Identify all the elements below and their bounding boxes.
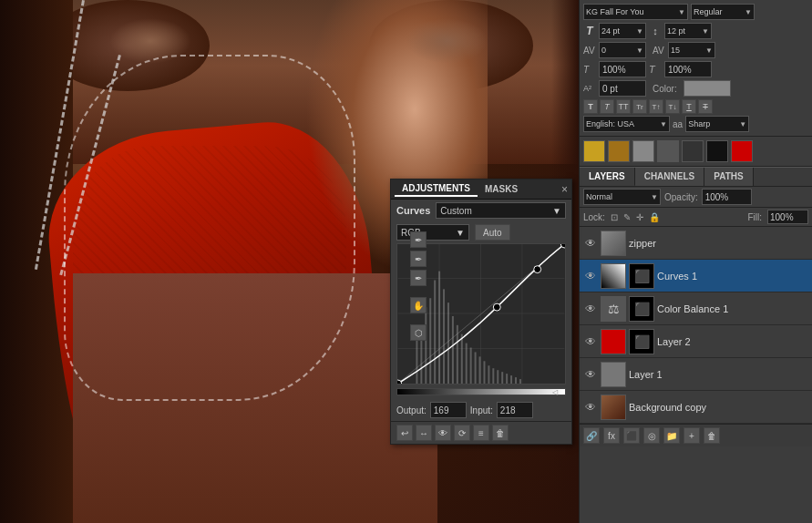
swatch-red[interactable] [731, 140, 753, 162]
strikethrough-btn[interactable]: T [698, 99, 713, 114]
auto-button[interactable]: Auto [475, 224, 510, 241]
font-size-dropdown[interactable]: 24 pt ▼ [599, 23, 646, 39]
layer-thumbnail [601, 263, 626, 289]
input-label: Input: [470, 405, 493, 415]
tab-adjustments[interactable]: ADJUSTMENTS [395, 181, 478, 197]
svg-point-32 [493, 303, 500, 311]
layer-mask-icon: ⬛ [629, 263, 654, 289]
layer-new-btn[interactable]: + [684, 427, 700, 444]
layer-mask-icon: ⬛ [629, 329, 654, 354]
svg-point-31 [397, 380, 402, 384]
layer-thumbnail: ⚖ [601, 296, 626, 322]
output-field[interactable]: 169 [430, 402, 467, 418]
fill-label: Fill: [747, 212, 762, 222]
svg-rect-10 [429, 298, 431, 384]
list-item[interactable]: 👁 ⬛ Curves 1 [580, 260, 812, 292]
language-dropdown[interactable]: English: USA ▼ [583, 116, 670, 132]
tab-channels[interactable]: CHANNELS [635, 168, 705, 186]
sharpness-dropdown[interactable]: Sharp ▼ [685, 116, 749, 132]
tab-layers[interactable]: LAYERS [580, 168, 635, 186]
adj-bottom-toolbar: ↩ ↔ 👁 ⟳ ≡ 🗑 [391, 421, 571, 444]
color-swatch[interactable] [684, 80, 731, 97]
scale-v-icon: T [649, 64, 662, 75]
layer-adj-btn[interactable]: ◎ [643, 427, 660, 444]
scale-h-field[interactable]: 100% [599, 61, 646, 77]
layers-toolbar: 🔗 fx ⬛ ◎ 📁 + 🗑 [580, 424, 812, 446]
list-item[interactable]: 👁 Layer 1 [580, 358, 812, 391]
adj-tool-eye[interactable]: 👁 [435, 425, 451, 441]
leading-dropdown[interactable]: 12 pt ▼ [664, 23, 712, 39]
font-name-dropdown[interactable]: KG Fall For You ▼ [583, 4, 688, 20]
list-item[interactable]: 👁 Background copy [580, 391, 812, 424]
layer-thumbnail [601, 362, 626, 387]
visibility-icon[interactable]: 👁 [583, 302, 598, 316]
kerning-field[interactable]: 15 ▼ [668, 42, 715, 58]
layer-name-bg-copy: Background copy [629, 402, 808, 413]
layer-delete-btn[interactable]: 🗑 [704, 427, 720, 444]
subscript-btn[interactable]: T↓ [665, 99, 680, 114]
kerning-icon: AV [653, 46, 665, 56]
close-button[interactable]: × [561, 183, 568, 196]
lock-all-icon[interactable]: 🔒 [649, 212, 660, 222]
font-size-icon: T [583, 25, 596, 37]
tab-paths[interactable]: PATHS [704, 168, 753, 186]
swatch-dark[interactable] [706, 140, 728, 162]
layer-link-btn[interactable]: 🔗 [583, 427, 600, 444]
list-item[interactable]: 👁 ⚖ ⬛ Color Balance 1 [580, 292, 812, 325]
layer-group-btn[interactable]: 📁 [663, 427, 680, 444]
tab-masks[interactable]: MASKS [478, 182, 525, 196]
underline-btn[interactable]: T [682, 99, 696, 114]
visibility-icon[interactable]: 👁 [583, 236, 598, 251]
layer-mask-btn[interactable]: ⬛ [623, 427, 640, 444]
tracking-row: AV 0 ▼ AV 15 ▼ [583, 42, 808, 58]
superscript-btn[interactable]: T↑ [649, 99, 663, 114]
lock-brush-icon[interactable]: ✎ [623, 212, 631, 222]
visibility-icon[interactable]: 👁 [583, 367, 598, 382]
baseline-field[interactable]: 0 pt [599, 80, 646, 97]
font-style-dropdown[interactable]: Regular ▼ [691, 4, 755, 20]
opacity-field[interactable]: 100% [702, 189, 752, 205]
layer-fx-btn[interactable]: fx [603, 427, 620, 444]
swatch-gold[interactable] [583, 140, 605, 162]
lock-row: Lock: ⊡ ✎ ✛ 🔒 Fill: 100% [580, 208, 812, 227]
adj-tool-2[interactable]: ↔ [416, 425, 432, 441]
swatch-gray3[interactable] [682, 140, 704, 162]
lock-position-icon[interactable]: ⊡ [611, 212, 618, 222]
list-item[interactable]: 👁 zipper [580, 227, 812, 260]
blend-mode-dropdown[interactable]: Normal ▼ [583, 189, 661, 205]
sample-tool-2[interactable]: ✒ [410, 270, 427, 286]
output-label: Output: [396, 405, 427, 415]
input-field[interactable]: 218 [497, 402, 533, 418]
visibility-icon[interactable]: 👁 [583, 269, 598, 283]
list-item[interactable]: 👁 ⬛ Layer 2 [580, 325, 812, 358]
curves-label-row: Curves Custom ▼ [391, 200, 571, 221]
italic-btn[interactable]: T [600, 99, 614, 114]
smallcaps-btn[interactable]: Tr [632, 99, 647, 114]
hand-tool[interactable]: ✋ [410, 297, 427, 313]
channel-dropdown[interactable]: RGB ▼ [396, 224, 469, 241]
scale-v-field[interactable]: 100% [664, 61, 712, 77]
tracking-dropdown[interactable]: 0 ▼ [599, 42, 646, 58]
allcaps-btn[interactable]: TT [616, 99, 631, 114]
scale-row: T 100% T 100% [583, 61, 808, 77]
sample-tool-1[interactable]: ✒ [410, 251, 427, 267]
visibility-icon[interactable]: 👁 [583, 334, 598, 349]
adj-tool-3[interactable]: ⟳ [454, 425, 470, 441]
preset-dropdown[interactable]: Custom ▼ [436, 202, 566, 219]
adjustments-header: ADJUSTMENTS MASKS × [391, 179, 571, 200]
eyedropper-tool[interactable]: ✒ [410, 231, 427, 248]
fill-field[interactable]: 100% [767, 210, 808, 224]
adj-tool-1[interactable]: ↩ [396, 425, 413, 441]
font-row: KG Fall For You ▼ Regular ▼ [583, 4, 808, 20]
adj-tool-trash[interactable]: 🗑 [492, 425, 509, 441]
swatch-gray1[interactable] [632, 140, 654, 162]
visibility-icon[interactable]: 👁 [583, 400, 598, 415]
svg-rect-27 [506, 374, 508, 384]
swatch-brown[interactable] [608, 140, 630, 162]
svg-rect-18 [466, 344, 468, 384]
lock-move-icon[interactable]: ✛ [636, 212, 643, 222]
bold-btn[interactable]: T [583, 99, 598, 114]
adj-tool-4[interactable]: ≡ [473, 425, 489, 441]
sample-tool-3[interactable]: ⬡ [410, 324, 427, 341]
swatch-gray2[interactable] [657, 140, 679, 162]
